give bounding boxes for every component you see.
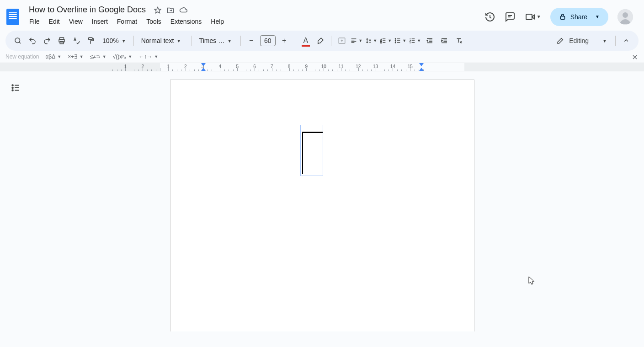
svg-point-16	[12, 87, 13, 89]
font-family-value: Times …	[199, 37, 224, 44]
title-bar: How to Overline in Google Docs File Edit…	[0, 0, 644, 31]
menu-format[interactable]: Format	[113, 16, 141, 27]
redo-button[interactable]	[40, 34, 54, 48]
history-icon[interactable]	[484, 11, 495, 22]
bulleted-list-button[interactable]: ▼	[394, 34, 407, 48]
document-title[interactable]: How to Overline in Google Docs	[26, 4, 149, 16]
editing-mode-dropdown[interactable]: Editing ▼	[552, 34, 612, 48]
print-button[interactable]	[55, 34, 69, 48]
numbered-list-button[interactable]: ▼	[408, 34, 422, 48]
equation-toolbar-close-icon[interactable]	[631, 53, 639, 61]
svg-point-14	[395, 42, 396, 43]
star-icon[interactable]	[154, 6, 162, 14]
equation-box[interactable]	[300, 125, 323, 176]
eq-greek-dropdown[interactable]: αβΔ▼	[45, 53, 61, 60]
collapse-toolbar-button[interactable]	[619, 34, 633, 48]
svg-point-17	[12, 90, 13, 91]
menu-help[interactable]: Help	[207, 16, 228, 27]
equation-caret	[302, 132, 303, 174]
text-color-button[interactable]: A	[299, 34, 313, 48]
menu-extensions[interactable]: Extensions	[167, 16, 205, 27]
first-line-indent-marker[interactable]	[201, 63, 206, 66]
equation-toolbar: New equation αβΔ▼ ×÷∃▼ ≤≠⊃▼ √()xʸₐ▼ ←↑→▼	[0, 51, 644, 63]
zoom-dropdown[interactable]: 100%▼	[99, 34, 130, 48]
menu-view[interactable]: View	[65, 16, 86, 27]
editing-mode-label: Editing	[569, 37, 589, 44]
paragraph-style-dropdown[interactable]: Normal text▼	[138, 34, 188, 48]
menu-bar: File Edit View Insert Format Tools Exten…	[26, 16, 231, 30]
share-dropdown-icon[interactable]: ▼	[591, 14, 604, 19]
show-outline-button[interactable]	[8, 80, 23, 95]
spellcheck-button[interactable]	[69, 34, 83, 48]
indent-decrease-button[interactable]	[423, 34, 436, 48]
svg-point-4	[15, 38, 20, 43]
share-label: Share	[570, 13, 587, 21]
docs-logo-icon	[6, 9, 19, 25]
document-page[interactable]	[170, 80, 474, 331]
svg-point-15	[12, 85, 13, 86]
svg-rect-0	[526, 14, 532, 20]
account-avatar[interactable]	[617, 9, 633, 25]
svg-rect-1	[560, 16, 564, 19]
align-button[interactable]: ▼	[350, 34, 363, 48]
move-icon[interactable]	[166, 6, 175, 14]
indent-increase-button[interactable]	[437, 34, 451, 48]
paragraph-style-value: Normal text	[141, 37, 174, 44]
meet-button[interactable]: ▼	[525, 11, 541, 22]
eq-relations-dropdown[interactable]: ≤≠⊃▼	[90, 53, 106, 60]
eq-operators-dropdown[interactable]: ×÷∃▼	[68, 53, 84, 60]
line-spacing-button[interactable]: ▼	[364, 34, 378, 48]
menu-insert[interactable]: Insert	[88, 16, 112, 27]
comments-icon[interactable]	[505, 11, 516, 22]
horizontal-ruler[interactable]: 21123456789101112131415	[0, 63, 644, 71]
font-size-increase[interactable]: +	[277, 34, 291, 48]
font-size-input[interactable]	[260, 35, 276, 46]
svg-point-3	[623, 12, 628, 18]
svg-point-12	[395, 38, 396, 39]
cloud-status-icon[interactable]	[179, 6, 187, 14]
search-menus-button[interactable]	[11, 34, 25, 48]
paint-format-button[interactable]	[84, 34, 98, 48]
menu-edit[interactable]: Edit	[45, 16, 64, 27]
svg-rect-11	[380, 42, 382, 43]
insert-image-button[interactable]	[335, 34, 349, 48]
left-indent-marker[interactable]	[201, 68, 206, 71]
eq-arrows-dropdown[interactable]: ←↑→▼	[138, 53, 158, 60]
clear-formatting-button[interactable]	[452, 34, 466, 48]
new-equation-button[interactable]: New equation	[5, 53, 39, 60]
share-button[interactable]: Share ▼	[550, 8, 608, 26]
svg-point-13	[395, 40, 396, 41]
undo-button[interactable]	[26, 34, 39, 48]
font-size-decrease[interactable]: −	[245, 34, 258, 48]
svg-rect-10	[380, 40, 382, 42]
zoom-value: 100%	[102, 37, 119, 44]
checklist-button[interactable]: ▼	[379, 34, 393, 48]
menu-file[interactable]: File	[26, 16, 43, 27]
header-right-actions: ▼ Share ▼	[484, 8, 637, 26]
equation-overline	[302, 132, 323, 133]
highlight-color-button[interactable]	[314, 34, 327, 48]
svg-rect-8	[89, 37, 92, 40]
right-indent-marker-top[interactable]	[419, 63, 424, 66]
font-family-dropdown[interactable]: Times …▼	[196, 34, 237, 48]
document-area[interactable]	[0, 71, 644, 331]
right-indent-marker[interactable]	[419, 68, 424, 71]
main-toolbar: 100%▼ Normal text▼ Times …▼ − + A ▼ ▼ ▼ …	[5, 31, 639, 51]
menu-tools[interactable]: Tools	[143, 16, 165, 27]
eq-math-dropdown[interactable]: √()xʸₐ▼	[113, 53, 133, 60]
docs-home-button[interactable]	[4, 8, 22, 26]
